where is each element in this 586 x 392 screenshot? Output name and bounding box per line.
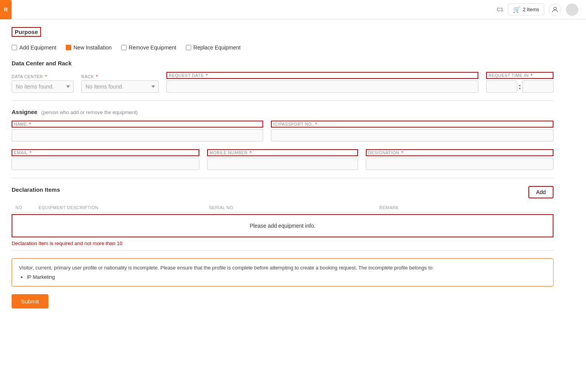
new-installation-checked-icon bbox=[66, 45, 71, 50]
request-time-required: * bbox=[531, 73, 533, 78]
cart-button[interactable]: 🛒 2 Items bbox=[508, 3, 544, 15]
new-installation-label: New Installation bbox=[74, 44, 112, 51]
dc-rack-row: DATA CENTER * No items found. RACK * No … bbox=[12, 72, 553, 93]
assignee-header: Assignee (person who add or remove the e… bbox=[12, 109, 553, 115]
mobile-label: MOBILE NUMBER * bbox=[207, 149, 358, 156]
passport-group: IC/PASSPORT NO. * XXXXXXXXX bbox=[271, 121, 553, 141]
cart-label: 2 Items bbox=[523, 7, 539, 12]
request-time-group: REQUEST TIME IN * 9 : 00 bbox=[486, 72, 553, 93]
submit-button[interactable]: Submit bbox=[12, 294, 48, 308]
purpose-checkboxes: Add Equipment New Installation Remove Eq… bbox=[12, 44, 553, 51]
declaration-error: Declaration Item is required and not mor… bbox=[12, 240, 553, 246]
designation-group: DESIGNATION * IPServerOne bbox=[366, 149, 553, 170]
request-time-label: REQUEST TIME IN * bbox=[486, 72, 553, 79]
rack-select[interactable]: No items found. bbox=[81, 80, 159, 93]
declaration-header: Declaration Items Add bbox=[12, 186, 553, 198]
purpose-replace-equipment[interactable]: Replace Equipment bbox=[186, 44, 241, 51]
user-icon[interactable] bbox=[549, 3, 561, 16]
mobile-group: MOBILE NUMBER * XXXXXXXXX bbox=[207, 149, 358, 170]
name-group: NAME * IP ServerOne bbox=[12, 121, 263, 141]
dc-rack-title: Data Center and Rack bbox=[12, 60, 553, 66]
request-date-group: REQUEST DATE * 2022-08-19 bbox=[166, 72, 478, 93]
data-center-label: DATA CENTER * bbox=[12, 74, 74, 79]
warning-items: IP Marketing bbox=[27, 273, 546, 281]
purpose-remove-equipment[interactable]: Remove Equipment bbox=[121, 44, 176, 51]
request-time-hour-input[interactable]: 9 bbox=[486, 80, 517, 93]
name-label: NAME * bbox=[12, 121, 263, 128]
time-colon: : bbox=[519, 83, 521, 91]
col-equipment: EQUIPMENT DESCRIPTION bbox=[39, 205, 209, 210]
assignee-name-row: NAME * IP ServerOne IC/PASSPORT NO. * XX… bbox=[12, 121, 553, 141]
col-no: NO bbox=[15, 205, 39, 210]
data-center-required: * bbox=[45, 74, 47, 79]
replace-equipment-label: Replace Equipment bbox=[194, 44, 241, 51]
name-input[interactable]: IP ServerOne bbox=[12, 129, 263, 141]
rack-group: RACK * No items found. bbox=[81, 74, 159, 93]
replace-equipment-checkbox[interactable] bbox=[186, 45, 191, 50]
add-declaration-button[interactable]: Add bbox=[528, 186, 553, 198]
warning-message: Visitor, current, primary user profile o… bbox=[19, 265, 434, 271]
add-equipment-label: Add Equipment bbox=[19, 44, 57, 51]
col-serial: SERIAL NO bbox=[209, 205, 379, 210]
col-remark: REMARK bbox=[379, 205, 550, 210]
remove-equipment-label: Remove Equipment bbox=[129, 44, 176, 51]
data-center-group: DATA CENTER * No items found. bbox=[12, 74, 74, 93]
designation-label: DESIGNATION * bbox=[366, 149, 553, 156]
mobile-input[interactable]: XXXXXXXXX bbox=[207, 158, 358, 170]
data-center-select[interactable]: No items found. bbox=[12, 80, 74, 93]
email-label: EMAIL * bbox=[12, 149, 199, 156]
remove-equipment-checkbox[interactable] bbox=[121, 45, 127, 50]
purpose-new-installation[interactable]: New Installation bbox=[66, 44, 112, 51]
email-group: EMAIL * cs@ipserverone.com bbox=[12, 149, 199, 170]
rack-required: * bbox=[96, 74, 98, 79]
request-date-label: REQUEST DATE * bbox=[166, 72, 478, 79]
declaration-title: Declaration Items bbox=[12, 186, 60, 193]
designation-input[interactable]: IPServerOne bbox=[366, 158, 553, 170]
assignee-contact-row: EMAIL * cs@ipserverone.com MOBILE NUMBER… bbox=[12, 149, 553, 170]
purpose-title: Purpose bbox=[12, 27, 41, 37]
passport-input[interactable]: XXXXXXXXX bbox=[271, 129, 553, 141]
assignee-title: Assignee bbox=[12, 109, 38, 115]
warning-box: Visitor, current, primary user profile o… bbox=[12, 258, 553, 286]
assignee-subtitle: (person who add or remove the equipment) bbox=[41, 109, 138, 115]
warning-item-0: IP Marketing bbox=[27, 273, 546, 281]
cart-icon: 🛒 bbox=[513, 6, 521, 13]
passport-label: IC/PASSPORT NO. * bbox=[271, 121, 553, 128]
table-empty-message: Please add equipment info. bbox=[12, 214, 553, 237]
company-code: C1 bbox=[497, 7, 504, 12]
declaration-table-header: NO EQUIPMENT DESCRIPTION SERIAL NO REMAR… bbox=[12, 203, 553, 213]
request-date-input[interactable]: 2022-08-19 bbox=[166, 80, 478, 93]
svg-point-0 bbox=[554, 7, 557, 10]
email-input[interactable]: cs@ipserverone.com bbox=[12, 158, 199, 170]
request-time-minute-input[interactable]: 00 bbox=[523, 80, 553, 93]
logo: R bbox=[0, 0, 12, 19]
add-equipment-checkbox[interactable] bbox=[12, 45, 17, 50]
rack-label: RACK * bbox=[81, 74, 159, 79]
purpose-add-equipment[interactable]: Add Equipment bbox=[12, 44, 57, 51]
user-avatar bbox=[566, 3, 578, 16]
request-date-required: * bbox=[206, 73, 208, 78]
